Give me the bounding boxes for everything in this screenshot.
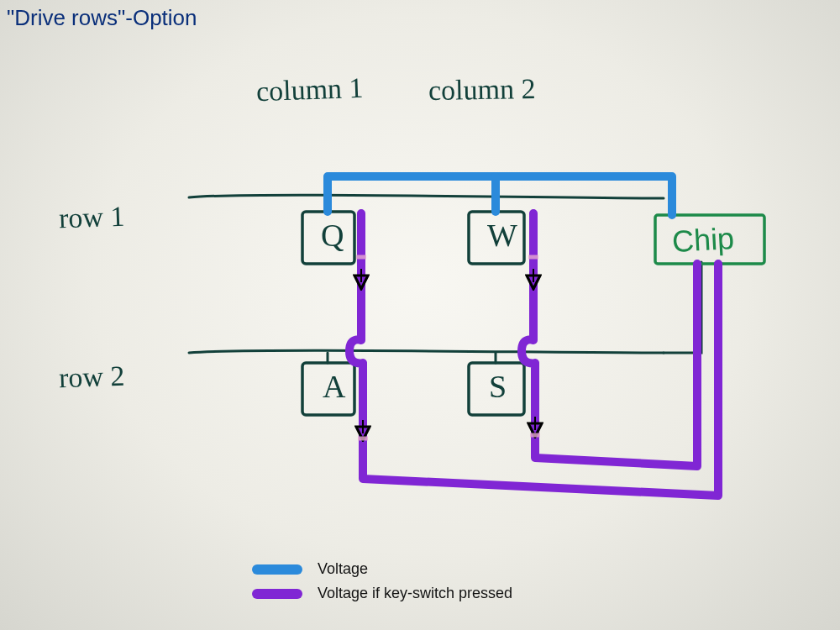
legend-voltage: Voltage (252, 560, 512, 578)
matrix-wires (189, 195, 701, 363)
schematic-svg (0, 0, 840, 630)
diode-arrows (356, 257, 540, 438)
legend-swatch-voltage (252, 564, 302, 575)
chip-box (655, 215, 764, 264)
svg-rect-0 (302, 212, 354, 264)
legend-swatch-voltage-pressed (252, 589, 302, 599)
legend-label-voltage: Voltage (318, 560, 368, 578)
svg-rect-1 (469, 212, 524, 264)
svg-rect-2 (302, 363, 354, 415)
key-boxes (302, 212, 524, 415)
svg-rect-3 (469, 363, 524, 415)
diagram-canvas: "Drive rows"-Option column 1 column 2 ro… (0, 0, 840, 630)
legend-label-voltage-pressed: Voltage if key-switch pressed (318, 585, 512, 602)
legend: Voltage Voltage if key-switch pressed (252, 554, 512, 609)
legend-voltage-pressed: Voltage if key-switch pressed (252, 585, 512, 602)
